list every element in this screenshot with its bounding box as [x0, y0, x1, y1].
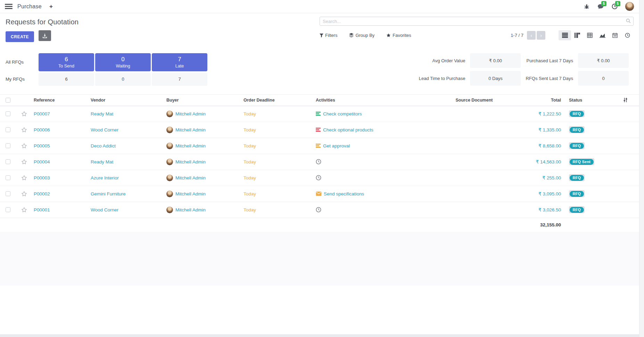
- envelope-icon[interactable]: [316, 191, 322, 196]
- star-icon: [386, 33, 391, 38]
- row-checkbox[interactable]: [6, 191, 10, 196]
- reference-link[interactable]: P00002: [32, 191, 89, 196]
- activity-view-icon[interactable]: [621, 30, 634, 40]
- new-tab-plus-icon[interactable]: +: [49, 3, 53, 10]
- my-waiting-card[interactable]: 0: [95, 73, 151, 86]
- row-checkbox[interactable]: [6, 111, 10, 116]
- select-all-checkbox[interactable]: [6, 98, 10, 103]
- pager-previous-button[interactable]: ‹: [527, 31, 536, 40]
- vendor-link[interactable]: Azure Interior: [89, 175, 165, 180]
- tasks-icon[interactable]: [316, 143, 321, 148]
- header-status[interactable]: Status: [563, 98, 611, 103]
- favorite-star-icon[interactable]: [21, 111, 27, 117]
- buyer-link[interactable]: Mitchell Admin: [175, 159, 206, 165]
- row-checkbox[interactable]: [6, 127, 10, 132]
- row-checkbox[interactable]: [6, 143, 10, 148]
- export-button[interactable]: [39, 30, 51, 41]
- favorite-star-icon[interactable]: [21, 159, 27, 165]
- header-activities[interactable]: Activities: [314, 98, 431, 103]
- header-vendor[interactable]: Vendor: [89, 98, 165, 103]
- favorite-star-icon[interactable]: [21, 191, 27, 197]
- row-checkbox[interactable]: [6, 159, 10, 164]
- kpi-card-to-send[interactable]: 6 To Send: [39, 53, 94, 71]
- kanban-view-icon[interactable]: [571, 30, 584, 40]
- my-to-send-card[interactable]: 6: [39, 73, 94, 86]
- favorite-star-icon[interactable]: [21, 143, 27, 149]
- table-row[interactable]: P00007 Ready Mat Mitchell Admin Today Ch…: [0, 106, 639, 122]
- activities-clock-icon[interactable]: 5: [611, 3, 618, 10]
- favorite-star-icon[interactable]: [21, 175, 27, 181]
- clock-icon[interactable]: [316, 159, 321, 165]
- lead-time-label: Lead Time to Purchase: [419, 76, 465, 81]
- user-avatar[interactable]: [625, 2, 634, 11]
- header-total[interactable]: Total: [518, 98, 563, 103]
- vendor-link[interactable]: Wood Corner: [89, 127, 165, 133]
- create-button[interactable]: CREATE: [6, 31, 34, 42]
- status-badge: RFQ Sent: [569, 158, 594, 165]
- table-row[interactable]: P00002 Gemini Furniture Mitchell Admin T…: [0, 186, 639, 202]
- tasks-icon[interactable]: [316, 111, 321, 116]
- pivot-view-icon[interactable]: [584, 30, 596, 40]
- buyer-link[interactable]: Mitchell Admin: [175, 191, 206, 196]
- search-input[interactable]: [320, 17, 634, 26]
- buyer-link[interactable]: Mitchell Admin: [175, 175, 206, 180]
- reference-link[interactable]: P00001: [32, 207, 89, 212]
- activity-link[interactable]: Check competitors: [323, 111, 362, 117]
- vendor-link[interactable]: Ready Mat: [89, 111, 165, 117]
- vertical-scrollbar[interactable]: [639, 0, 644, 337]
- list-view-icon[interactable]: [559, 30, 571, 40]
- pager-range: 1-7 / 7: [511, 33, 523, 38]
- all-rfqs-label: All RFQs: [6, 53, 38, 71]
- favorite-star-icon[interactable]: [21, 127, 27, 133]
- apps-menu-icon[interactable]: [5, 4, 13, 9]
- activity-link[interactable]: Check optional products: [323, 127, 373, 133]
- vendor-link[interactable]: Wood Corner: [89, 207, 165, 212]
- activity-link[interactable]: Get approval: [323, 143, 350, 149]
- reference-link[interactable]: P00006: [32, 127, 89, 133]
- clock-icon[interactable]: [316, 175, 321, 180]
- favorite-star-icon[interactable]: [21, 207, 27, 213]
- buyer-link[interactable]: Mitchell Admin: [175, 207, 206, 212]
- app-window: Purchase + 5 5 Requests for Quotation CR…: [0, 0, 639, 337]
- optional-columns-icon[interactable]: [611, 97, 639, 103]
- app-title[interactable]: Purchase: [17, 3, 42, 10]
- group-by-button[interactable]: Group By: [349, 33, 374, 38]
- debug-bug-icon[interactable]: [583, 3, 590, 10]
- kpi-card-waiting[interactable]: 0 Waiting: [95, 53, 151, 71]
- messages-icon[interactable]: 5: [597, 3, 604, 10]
- buyer-link[interactable]: Mitchell Admin: [175, 111, 206, 117]
- buyer-link[interactable]: Mitchell Admin: [175, 143, 206, 149]
- row-checkbox[interactable]: [6, 207, 10, 212]
- reference-link[interactable]: P00003: [32, 175, 89, 180]
- buyer-avatar: [166, 207, 173, 213]
- graph-view-icon[interactable]: [596, 30, 609, 40]
- reference-link[interactable]: P00007: [32, 111, 89, 117]
- purchased-last-7-days-label: Purchased Last 7 Days: [526, 58, 573, 63]
- row-checkbox[interactable]: [6, 175, 10, 180]
- header-source-document[interactable]: Source Document: [431, 98, 518, 103]
- activity-link[interactable]: Send specifications: [324, 191, 364, 196]
- buyer-link[interactable]: Mitchell Admin: [175, 127, 206, 133]
- header-buyer[interactable]: Buyer: [165, 98, 242, 103]
- header-reference[interactable]: Reference: [32, 98, 89, 103]
- table-row[interactable]: P00004 Ready Mat Mitchell Admin Today ₹ …: [0, 154, 639, 170]
- table-row[interactable]: P00006 Wood Corner Mitchell Admin Today …: [0, 122, 639, 138]
- filters-button[interactable]: Filters: [320, 33, 337, 38]
- my-late-card[interactable]: 7: [152, 73, 207, 86]
- vendor-link[interactable]: Gemini Furniture: [89, 191, 165, 196]
- tasks-icon[interactable]: [316, 127, 321, 132]
- table-row[interactable]: P00005 Deco Addict Mitchell Admin Today …: [0, 138, 639, 154]
- table-row[interactable]: P00003 Azure Interior Mitchell Admin Tod…: [0, 170, 639, 186]
- pager-next-button[interactable]: ›: [537, 31, 545, 40]
- header-order-deadline[interactable]: Order Deadline: [242, 98, 314, 103]
- table-row[interactable]: P00001 Wood Corner Mitchell Admin Today …: [0, 202, 639, 218]
- reference-link[interactable]: P00005: [32, 143, 89, 149]
- clock-icon[interactable]: [316, 207, 321, 212]
- vendor-link[interactable]: Ready Mat: [89, 159, 165, 165]
- vendor-link[interactable]: Deco Addict: [89, 143, 165, 149]
- search-icon[interactable]: [626, 18, 631, 23]
- kpi-card-late[interactable]: 7 Late: [152, 53, 207, 71]
- favorites-button[interactable]: Favorites: [386, 33, 411, 38]
- calendar-view-icon[interactable]: [609, 30, 621, 40]
- reference-link[interactable]: P00004: [32, 159, 89, 165]
